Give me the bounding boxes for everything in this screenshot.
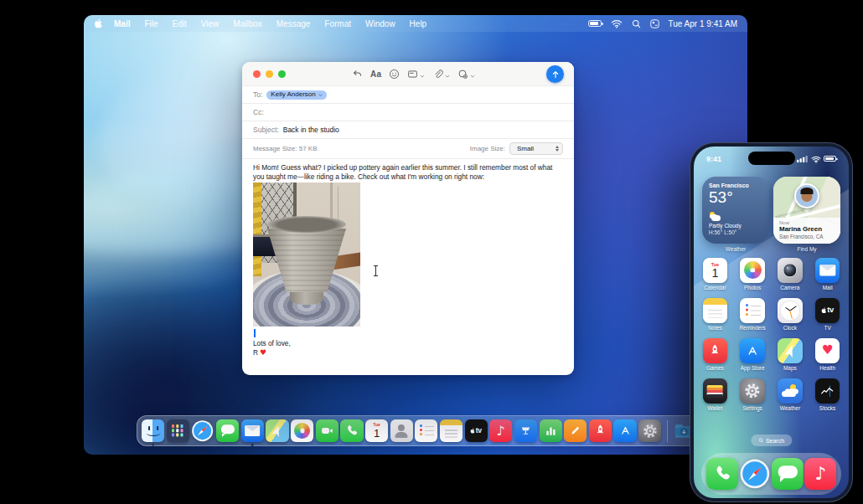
iphone-notes-icon[interactable]	[703, 298, 728, 323]
dock-photos-icon[interactable]	[291, 419, 313, 442]
dock-facetime-icon[interactable]	[316, 419, 338, 442]
cc-field[interactable]: Cc:	[242, 104, 574, 121]
iphone-maps-icon[interactable]	[778, 338, 803, 363]
iphone-stocks-icon[interactable]	[815, 378, 840, 404]
iphone-app-settings[interactable]: Settings	[734, 378, 772, 419]
dock-maps-icon[interactable]	[266, 419, 288, 442]
iphone-app-maps[interactable]: Maps	[772, 338, 809, 378]
recipient-token[interactable]: Kelly Anderson	[266, 90, 326, 100]
attach-button[interactable]	[432, 67, 450, 82]
dock-pages-icon[interactable]	[564, 419, 587, 442]
iphone-app-notes[interactable]: Notes	[696, 298, 734, 338]
battery-icon[interactable]	[588, 20, 602, 27]
spotlight-icon[interactable]	[632, 19, 641, 28]
dock-item-contacts[interactable]	[390, 419, 413, 442]
dock-item-music[interactable]: ♪	[489, 419, 512, 442]
dock-mail-icon[interactable]	[241, 419, 264, 442]
apple-menu-icon[interactable]	[94, 18, 103, 29]
dock-settings-icon[interactable]	[638, 419, 661, 442]
dock-item-pages[interactable]	[564, 419, 587, 442]
iphone-app-stocks[interactable]: Stocks	[809, 378, 846, 419]
dock-numbers-icon[interactable]	[540, 419, 562, 442]
menu-window[interactable]: Window	[365, 19, 395, 28]
dock-item-numbers[interactable]	[540, 419, 562, 442]
insert-media-button[interactable]	[457, 67, 475, 82]
send-button[interactable]	[546, 65, 564, 83]
iphone-weather-icon[interactable]	[778, 378, 803, 404]
dock-music-icon[interactable]: ♪	[489, 419, 512, 442]
iphone-app-clock[interactable]: Clock	[772, 298, 809, 338]
dock-item-calendar[interactable]: Tue1	[365, 419, 388, 442]
dock-item-appstore[interactable]	[613, 419, 636, 442]
iphone-calendar-icon[interactable]: Tue1	[703, 258, 728, 283]
header-fields-button[interactable]	[407, 67, 425, 82]
dock-safari-icon[interactable]	[191, 419, 214, 442]
iphone-appstore-icon[interactable]	[740, 338, 765, 363]
dock-item-games[interactable]	[589, 419, 612, 442]
iphone-settings-icon[interactable]	[740, 378, 765, 404]
iphone-photos-icon[interactable]	[740, 258, 765, 283]
dock-tv-icon[interactable]: tv	[465, 419, 488, 442]
dock-item-tv[interactable]: tv	[465, 419, 488, 442]
pottery-photo-attachment[interactable]	[253, 183, 360, 327]
iphone-dock-item-messages[interactable]	[772, 458, 804, 490]
dock-item-launchpad[interactable]	[167, 419, 189, 442]
dock-messages-icon[interactable]	[216, 419, 239, 442]
iphone-camera-icon[interactable]	[778, 258, 803, 283]
iphone-dock-safari-icon[interactable]	[739, 458, 771, 490]
dock-reminders-icon[interactable]	[415, 419, 437, 442]
iphone-dock-item-safari[interactable]	[739, 458, 771, 490]
message-body-text[interactable]: Hi Mom! Guess what? I picked up pottery …	[253, 163, 565, 181]
dock-item-notes[interactable]	[440, 419, 463, 442]
iphone-app-camera[interactable]: Camera	[772, 258, 809, 298]
menu-view[interactable]: View	[201, 19, 220, 28]
iphone-dock-item-music[interactable]: ♪	[804, 458, 836, 490]
iphone-wallet-icon[interactable]	[703, 378, 728, 404]
iphone-app-mail[interactable]: Mail	[809, 258, 846, 298]
closing-line[interactable]: Lots of love,	[253, 339, 291, 347]
undo-icon[interactable]	[352, 69, 363, 80]
iphone-health-icon[interactable]: ♥	[815, 338, 840, 363]
dock-item-reminders[interactable]	[415, 419, 437, 442]
dock-launchpad-icon[interactable]	[167, 419, 189, 442]
iphone-mail-icon[interactable]	[815, 258, 840, 283]
zoom-button[interactable]	[278, 70, 286, 78]
dock-appstore-icon[interactable]	[613, 419, 636, 442]
menu-message[interactable]: Message	[276, 19, 311, 28]
minimize-button[interactable]	[266, 70, 273, 78]
menu-help[interactable]: Help	[410, 19, 427, 28]
close-button[interactable]	[253, 70, 261, 78]
search-pill[interactable]: Search	[751, 435, 792, 446]
subject-field[interactable]: Subject: Back in the studio	[242, 121, 574, 139]
iphone-dock-phone-icon[interactable]	[706, 458, 738, 490]
menu-bar-clock[interactable]: Tue Apr 1 9:41 AM	[669, 19, 737, 28]
dock-contacts-icon[interactable]	[390, 419, 413, 442]
iphone-app-photos[interactable]: Photos	[734, 258, 772, 298]
dock-finder-icon[interactable]	[142, 419, 164, 442]
wifi-icon[interactable]	[611, 19, 623, 28]
dock-item-facetime[interactable]	[316, 419, 338, 442]
dock-item-keynote[interactable]	[514, 419, 537, 442]
dock-notes-icon[interactable]	[440, 419, 463, 442]
iphone-app-wallet[interactable]: Wallet	[696, 378, 734, 419]
dock-item-messages[interactable]	[216, 419, 239, 442]
dock-item-photos[interactable]	[291, 419, 313, 442]
iphone-games-icon[interactable]	[703, 338, 728, 363]
menu-mailbox[interactable]: Mailbox	[233, 19, 261, 28]
emoji-icon[interactable]	[389, 69, 400, 80]
dock-item-maps[interactable]	[266, 419, 288, 442]
format-text-button[interactable]: Aa	[370, 69, 381, 79]
dock-games-icon[interactable]	[589, 419, 612, 442]
menu-file[interactable]: File	[144, 19, 158, 28]
iphone-app-calendar[interactable]: Tue1Calendar	[696, 258, 734, 298]
signature-line[interactable]: R ♥	[253, 348, 266, 357]
iphone-clock-icon[interactable]	[778, 298, 803, 323]
iphone-app-weather[interactable]: Weather	[772, 378, 809, 419]
iphone-app-tv[interactable]: tvTV	[809, 298, 846, 338]
to-field[interactable]: To: Kelly Anderson	[242, 86, 574, 104]
dock-item-phone[interactable]	[340, 419, 363, 442]
menu-format[interactable]: Format	[324, 19, 351, 28]
iphone-tv-icon[interactable]: tv	[815, 298, 840, 323]
find-my-widget[interactable]: MARINA GREEN DR MARINA BLVD Now Marina G…	[773, 177, 840, 244]
dock-item-mail[interactable]	[241, 419, 264, 442]
